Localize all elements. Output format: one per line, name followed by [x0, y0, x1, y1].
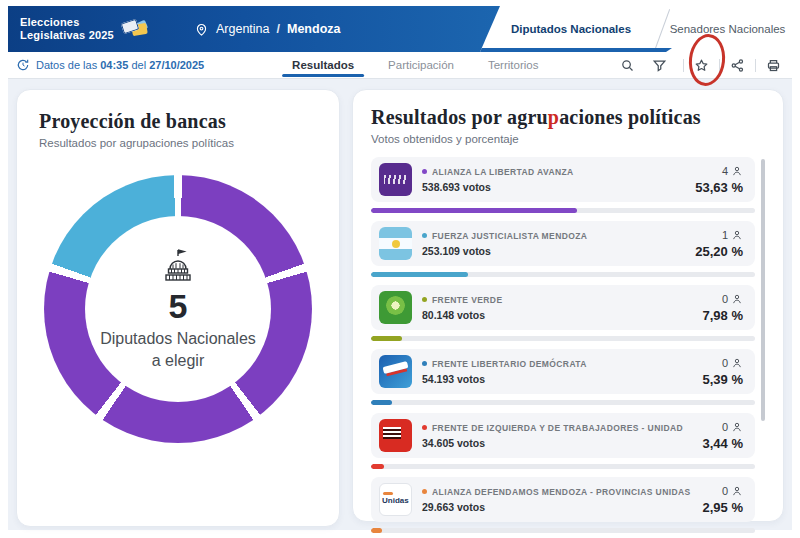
toolbar-divider: [755, 59, 756, 72]
party-color-dot: [422, 425, 427, 430]
party-seats: 0: [722, 357, 728, 369]
party-seats: 0: [722, 421, 728, 433]
print-icon[interactable]: [765, 57, 782, 74]
progress-fill: [371, 208, 577, 213]
election-results-app: Elecciones Legislativas 2025 Argentina /…: [0, 0, 800, 538]
toolbar-divider: [719, 59, 720, 72]
party-logo: [379, 227, 412, 260]
top-header: Elecciones Legislativas 2025 Argentina /…: [8, 6, 792, 52]
star-icon[interactable]: [693, 57, 710, 74]
search-icon[interactable]: [619, 57, 636, 74]
filter-icon[interactable]: [651, 57, 668, 74]
party-logo: [379, 163, 412, 196]
party-color-dot: [422, 233, 427, 238]
breadcrumb-separator: /: [277, 22, 280, 36]
party-row-panel[interactable]: ALIANZA DEFENDAMOS MENDOZA - PROVINCIAS …: [371, 477, 755, 522]
ballot-box-icon: [120, 17, 150, 41]
party-name: FRENTE DE IZQUIERDA Y DE TRABAJADORES - …: [432, 423, 683, 433]
red-letter-annotation: p: [548, 106, 559, 128]
party-color-dot: [422, 169, 427, 174]
tab-resultados[interactable]: Resultados: [288, 52, 358, 78]
app-logo-text: Elecciones Legislativas 2025: [20, 16, 114, 42]
party-row-panel[interactable]: FRENTE DE IZQUIERDA Y DE TRABAJADORES - …: [371, 413, 755, 458]
progress-fill: [371, 336, 402, 341]
progress-track: [371, 272, 755, 277]
tab-senadores-nacionales[interactable]: Senadores Nacionales: [663, 6, 792, 52]
breadcrumb-region[interactable]: Mendoza: [287, 22, 340, 36]
results-card-subtitle: Votos obtenidos y porcentaje: [371, 133, 765, 145]
party-votes: 34.605 votos: [422, 437, 693, 449]
progress-track: [371, 400, 755, 405]
party-row: ALIANZA DEFENDAMOS MENDOZA - PROVINCIAS …: [371, 477, 755, 533]
progress-fill: [371, 528, 382, 533]
party-percentage: 53,63 %: [695, 180, 743, 195]
party-color-dot: [422, 489, 427, 494]
seats-projection-card: Proyección de bancas Resultados por agru…: [16, 89, 340, 527]
party-seats: 0: [722, 485, 728, 497]
data-timestamp: Datos de las 04:35 del 27/10/2025: [8, 58, 204, 72]
party-percentage: 2,95 %: [703, 500, 743, 515]
party-logo: [379, 355, 412, 388]
progress-track: [371, 336, 755, 341]
party-percentage: 5,39 %: [703, 372, 743, 387]
view-tabs: Resultados Participación Territorios: [288, 52, 542, 78]
party-name: ALIANZA DEFENDAMOS MENDOZA - PROVINCIAS …: [432, 487, 691, 497]
party-row-panel[interactable]: FUERZA JUSTICIALISTA MENDOZA 253.109 vot…: [371, 221, 755, 266]
tab-territorios[interactable]: Territorios: [484, 52, 542, 78]
refresh-clock-icon[interactable]: [16, 58, 30, 72]
seats-donut-chart: 5 Diputados Nacionales a elegir: [44, 175, 312, 443]
total-seats-number: 5: [169, 287, 188, 326]
sub-toolbar: Datos de las 04:35 del 27/10/2025 Result…: [8, 52, 792, 79]
tab-diputados-nacionales[interactable]: Diputados Nacionales: [480, 6, 662, 52]
party-seats: 0: [722, 293, 728, 305]
party-row: FRENTE LIBERTARIO DEMÓCRATA 54.193 votos…: [371, 349, 755, 405]
party-name: FRENTE LIBERTARIO DEMÓCRATA: [432, 359, 587, 369]
party-votes: 253.109 votos: [422, 245, 685, 257]
person-icon: [731, 165, 743, 177]
breadcrumb: Argentina / Mendoza: [194, 22, 340, 37]
party-row: FRENTE DE IZQUIERDA Y DE TRABAJADORES - …: [371, 413, 755, 469]
party-row: ALIANZA LA LIBERTAD AVANZA 538.693 votos…: [371, 157, 755, 213]
results-card-title: Resultados por agrupaciones políticas: [371, 106, 765, 129]
party-rows-list: ALIANZA LA LIBERTAD AVANZA 538.693 votos…: [371, 157, 765, 533]
party-name: ALIANZA LA LIBERTAD AVANZA: [432, 167, 574, 177]
party-percentage: 7,98 %: [703, 308, 743, 323]
scrollbar-thumb[interactable]: [761, 159, 765, 421]
person-icon: [731, 421, 743, 433]
seats-card-title: Proyección de bancas: [39, 110, 317, 133]
progress-fill: [371, 464, 384, 469]
party-row: FRENTE VERDE 80.148 votos 0 7,98 %: [371, 285, 755, 341]
toolbar-icons: [619, 57, 792, 74]
toolbar-divider: [683, 59, 684, 72]
breadcrumb-country[interactable]: Argentina: [216, 22, 270, 36]
party-row-panel[interactable]: ALIANZA LA LIBERTAD AVANZA 538.693 votos…: [371, 157, 755, 202]
party-name: FRENTE VERDE: [432, 295, 502, 305]
capitol-icon: [161, 247, 195, 285]
party-results-card: Resultados por agrupaciones políticas Vo…: [352, 89, 784, 522]
progress-fill: [371, 272, 468, 277]
party-votes: 54.193 votos: [422, 373, 693, 385]
person-icon: [731, 293, 743, 305]
party-color-dot: [422, 297, 427, 302]
party-votes: 29.663 votos: [422, 501, 693, 513]
donut-center: 5 Diputados Nacionales a elegir: [85, 216, 271, 402]
person-icon: [731, 485, 743, 497]
party-row-panel[interactable]: FRENTE VERDE 80.148 votos 0 7,98 %: [371, 285, 755, 330]
party-name: FUERZA JUSTICIALISTA MENDOZA: [432, 231, 587, 241]
party-percentage: 3,44 %: [703, 436, 743, 451]
chamber-tabs: Diputados Nacionales Senadores Nacionale…: [480, 6, 792, 52]
party-votes: 538.693 votos: [422, 181, 685, 193]
share-icon[interactable]: [729, 57, 746, 74]
location-pin-icon: [194, 22, 209, 37]
party-row-panel[interactable]: FRENTE LIBERTARIO DEMÓCRATA 54.193 votos…: [371, 349, 755, 394]
party-seats: 4: [722, 165, 728, 177]
tab-participacion[interactable]: Participación: [384, 52, 458, 78]
party-votes: 80.148 votos: [422, 309, 693, 321]
party-logo: [379, 483, 412, 516]
party-color-dot: [422, 361, 427, 366]
app-logo[interactable]: Elecciones Legislativas 2025: [8, 16, 158, 42]
progress-track: [371, 528, 755, 533]
party-percentage: 25,20 %: [695, 244, 743, 259]
party-logo: [379, 291, 412, 324]
party-logo: [379, 419, 412, 452]
